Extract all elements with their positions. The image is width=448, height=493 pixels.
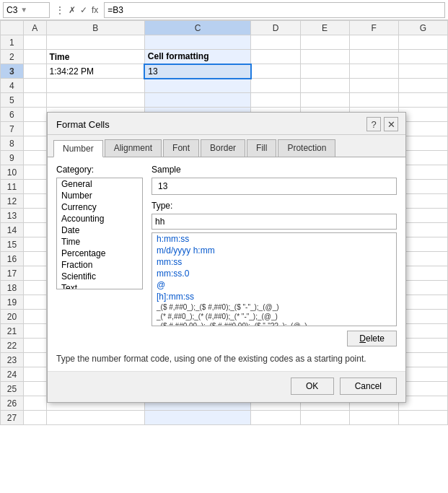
formula-bar-menu-icon[interactable]: ⋮ — [54, 5, 66, 15]
type-item-mmss0[interactable]: mm:ss.0 — [152, 268, 396, 279]
cell-f3[interactable] — [349, 64, 398, 79]
cell-reference-box[interactable]: C3 ▼ — [3, 2, 50, 18]
cell-a8[interactable] — [23, 136, 46, 151]
col-header-d[interactable]: D — [251, 21, 300, 35]
category-accounting[interactable]: Accounting — [57, 213, 142, 224]
cell-b2[interactable]: Time — [46, 50, 144, 64]
cell-g1[interactable] — [398, 35, 447, 50]
cell-f2[interactable] — [349, 50, 398, 64]
row-header-21[interactable]: 21 — [1, 324, 24, 339]
row-header-5[interactable]: 5 — [1, 93, 24, 108]
type-item-mmss[interactable]: mm:ss — [152, 256, 396, 268]
delete-button[interactable]: Delete — [347, 331, 397, 346]
ok-button[interactable]: OK — [291, 378, 334, 395]
cell-e4[interactable] — [300, 79, 349, 93]
row-header-16[interactable]: 16 — [1, 252, 24, 266]
row-header-23[interactable]: 23 — [1, 353, 24, 367]
type-input[interactable] — [151, 214, 397, 230]
formula-input[interactable] — [104, 2, 445, 18]
type-item-accounting1[interactable]: _($ #,##0_);_($ #,##0);_($ "-"_);_(@_) — [152, 302, 396, 312]
cell-a5[interactable] — [23, 93, 46, 108]
row-header-18[interactable]: 18 — [1, 281, 24, 295]
row-header-1[interactable]: 1 — [1, 35, 24, 50]
category-date[interactable]: Date — [57, 224, 142, 236]
row-header-12[interactable]: 12 — [1, 194, 24, 209]
row-header-27[interactable]: 27 — [1, 411, 24, 425]
col-header-f[interactable]: F — [349, 21, 398, 35]
row-header-10[interactable]: 10 — [1, 165, 24, 180]
cell-a11[interactable] — [23, 180, 46, 194]
cell-g3[interactable] — [398, 64, 447, 79]
row-header-20[interactable]: 20 — [1, 310, 24, 324]
category-general[interactable]: General — [57, 178, 142, 190]
cell-a2[interactable] — [23, 50, 46, 64]
type-item-hmmss2[interactable]: [h]:mm:ss — [152, 291, 396, 302]
type-item-mdyyyyhmm[interactable]: m/d/yyyy h:mm — [152, 245, 396, 256]
cell-c2[interactable]: Cell formatting — [144, 50, 251, 64]
tab-font[interactable]: Font — [163, 139, 199, 157]
col-header-a[interactable]: A — [23, 21, 46, 35]
cell-g4[interactable] — [398, 79, 447, 93]
cell-e2[interactable] — [300, 50, 349, 64]
row-header-8[interactable]: 8 — [1, 136, 24, 151]
formula-cancel-icon[interactable]: ✗ — [67, 5, 77, 15]
cell-a13[interactable] — [23, 209, 46, 223]
cell-a9[interactable] — [23, 151, 46, 165]
cell-e3[interactable] — [300, 64, 349, 79]
cell-d3[interactable] — [251, 64, 300, 79]
row-header-11[interactable]: 11 — [1, 180, 24, 194]
tab-fill[interactable]: Fill — [247, 139, 276, 157]
row-header-7[interactable]: 7 — [1, 122, 24, 136]
formula-confirm-icon[interactable]: ✓ — [79, 5, 89, 15]
type-item-at[interactable]: @ — [152, 279, 396, 291]
cell-a10[interactable] — [23, 165, 46, 180]
cell-e5[interactable] — [300, 93, 349, 108]
formula-fx-icon[interactable]: fx — [90, 5, 100, 15]
cell-a12[interactable] — [23, 194, 46, 209]
tab-protection[interactable]: Protection — [278, 139, 335, 157]
cell-b5[interactable] — [46, 93, 144, 108]
row-header-22[interactable]: 22 — [1, 339, 24, 353]
cell-a4[interactable] — [23, 79, 46, 93]
cell-a7[interactable] — [23, 122, 46, 136]
row-header-9[interactable]: 9 — [1, 151, 24, 165]
cell-d4[interactable] — [251, 79, 300, 93]
category-fraction[interactable]: Fraction — [57, 259, 142, 271]
row-header-25[interactable]: 25 — [1, 382, 24, 396]
category-number[interactable]: Number — [57, 190, 142, 201]
cell-c4[interactable] — [144, 79, 251, 93]
category-text[interactable]: Text — [57, 282, 142, 289]
row-header-14[interactable]: 14 — [1, 223, 24, 237]
cell-b4[interactable] — [46, 79, 144, 93]
cell-c5[interactable] — [144, 93, 251, 108]
cell-d2[interactable] — [251, 50, 300, 64]
cell-a1[interactable] — [23, 35, 46, 50]
category-scientific[interactable]: Scientific — [57, 271, 142, 282]
category-time[interactable]: Time — [57, 236, 142, 248]
cell-c1[interactable] — [144, 35, 251, 50]
category-list[interactable]: General Number Currency Accounting Date … — [56, 178, 143, 289]
cell-ref-dropdown-icon[interactable]: ▼ — [20, 6, 27, 14]
cell-c3[interactable]: 13 — [144, 64, 251, 79]
row-header-19[interactable]: 19 — [1, 295, 24, 310]
col-header-e[interactable]: E — [300, 21, 349, 35]
cell-b3[interactable]: 1:34:22 PM — [46, 64, 144, 79]
type-item-accounting2[interactable]: _(* #,##0_);_(* (#,##0);_(* "-"_);_(@_) — [152, 312, 396, 321]
cell-a6[interactable] — [23, 108, 46, 122]
cell-d5[interactable] — [251, 93, 300, 108]
col-header-c[interactable]: C — [144, 21, 251, 35]
row-header-4[interactable]: 4 — [1, 79, 24, 93]
col-header-g[interactable]: G — [398, 21, 447, 35]
type-item-hmmss[interactable]: h:mm:ss — [152, 233, 396, 245]
cell-f4[interactable] — [349, 79, 398, 93]
cell-e1[interactable] — [300, 35, 349, 50]
type-list[interactable]: h:mm:ss m/d/yyyy h:mm mm:ss mm:ss.0 @ [h… — [151, 232, 397, 326]
row-header-6[interactable]: 6 — [1, 108, 24, 122]
cell-f5[interactable] — [349, 93, 398, 108]
cell-g2[interactable] — [398, 50, 447, 64]
row-header-17[interactable]: 17 — [1, 266, 24, 281]
tab-border[interactable]: Border — [201, 139, 245, 157]
row-header-3[interactable]: 3 — [1, 64, 24, 79]
tab-number[interactable]: Number — [53, 140, 103, 157]
cell-a3[interactable] — [23, 64, 46, 79]
